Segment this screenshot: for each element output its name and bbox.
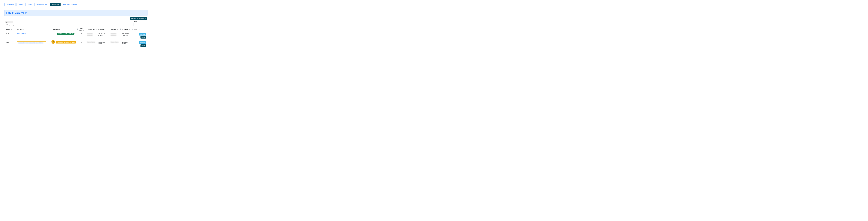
col-file-status[interactable]: File Status ▲▼ [53,27,79,32]
admin-tabs: Departments People Reports Notifications… [4,3,148,6]
cell-file-status: COMPLETE_SUCCESSFUL [53,32,79,40]
cell-upload-id: 1880 [5,40,17,49]
entries-select[interactable]: 25 [5,21,13,24]
upload-icon [145,18,146,19]
delete-button[interactable]: Delete [141,44,146,47]
sort-icon[interactable]: ▲▼ [108,29,110,30]
upload-faculty-ingest-button[interactable]: Upload Faculty Ingest [130,17,147,20]
status-badge: COMPLETE_WITH_EXCEPTIONS [56,41,76,43]
tab-people[interactable]: People [17,3,24,6]
sort-icon[interactable]: ▲▼ [120,29,121,30]
cell-file-status: COMPLETE_WITH_EXCEPTIONS [53,40,79,49]
imports-table: Upload ID ▼ File Name ▲▼ File Status ▲▼ … [5,27,147,49]
upload-button-label: Upload Faculty Ingest [131,18,144,19]
cell-updated-by: redacted redacted [110,32,121,40]
cell-updated-by: Name Name [110,40,121,49]
table-row: 1880 redacted-file-name-redacted-file-na… [5,40,147,49]
file-link[interactable]: Test Faculty.txt [17,33,26,34]
col-errors[interactable]: # of Errors [79,27,86,32]
cell-errors: 2 [79,40,86,49]
cell-updated-on: 10/08/2024 04:16 am [121,40,134,49]
tab-notifications[interactable]: Notifications/Email [34,3,49,6]
sort-icon[interactable]: ▲▼ [52,29,53,30]
cell-created-by: Name Name [86,40,98,49]
col-file-name[interactable]: File Name ▲▼ [16,27,53,32]
cell-actions: Download Delete [134,32,147,40]
col-updated-on[interactable]: Updated On ▲▼ [121,27,134,32]
col-created-by[interactable]: Created By ▲▼ [86,27,98,32]
tab-departments[interactable]: Departments [4,3,16,6]
col-created-on[interactable]: Created On ▲▼ [98,27,110,32]
cell-errors: 0 [79,32,86,40]
annotation-marker-1: 1 [52,40,55,44]
cell-updated-on: 10/24/2024 05:47 pm [121,32,134,40]
tab-data-import[interactable]: Data Import [50,3,61,6]
tab-help-text[interactable]: Help Text & Definitions [62,3,79,6]
table-header-row: Upload ID ▼ File Name ▲▼ File Status ▲▼ … [5,27,147,32]
cell-upload-id: 1922 [5,32,17,40]
entries-per-page: 25 entries per page [5,21,15,26]
search-input[interactable] [133,23,147,26]
cell-created-by: redacted redacted [86,32,98,40]
sort-desc-icon[interactable]: ▼ [14,29,16,29]
cell-file-name: Test Faculty.txt [16,32,53,40]
chevron-up-icon[interactable] [144,12,146,13]
cell-file-name: redacted-file-name-redacted-file-name-00… [16,40,53,49]
sort-icon[interactable]: ▲▼ [77,29,78,30]
sort-icon[interactable]: ▲▼ [96,29,97,30]
col-actions: Actions [134,27,147,32]
tab-reports[interactable]: Reports [25,3,33,6]
cell-created-on: 10/24/2024 05:46 pm [98,32,110,40]
col-updated-by[interactable]: Updated By ▲▼ [110,27,121,32]
panel-title: Faculty Data Import [6,11,27,14]
table-row: 1922 Test Faculty.txt COMPLETE_SUCCESSFU… [5,32,147,40]
status-badge: COMPLETE_SUCCESSFUL [57,33,75,35]
delete-button[interactable]: Delete [141,36,146,38]
download-button[interactable]: Download [138,41,146,44]
sort-icon[interactable]: ▲▼ [132,29,133,30]
entries-label: entries per page [5,24,15,26]
cell-created-on: 10/08/2024 03:00 am [98,40,110,49]
col-upload-id[interactable]: Upload ID ▼ [5,27,17,32]
cell-actions: Download Delete [134,40,147,49]
download-button[interactable]: Download [138,33,146,35]
faculty-import-panel-header[interactable]: Faculty Data Import [4,10,147,16]
search-label: Search: [133,21,138,22]
file-link-highlighted[interactable]: redacted-file-name-redacted-file-name-00… [17,41,46,44]
